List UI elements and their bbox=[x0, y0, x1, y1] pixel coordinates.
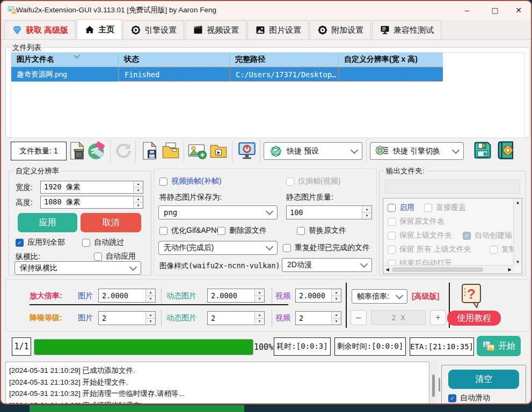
keep-filename-checkbox[interactable] bbox=[388, 218, 396, 226]
tutorial-button[interactable]: 使用教程 bbox=[447, 311, 501, 326]
optimize-gif-option[interactable]: 优化Gif&APNG bbox=[159, 226, 222, 236]
auto-apply-option[interactable]: 自动应用 bbox=[94, 252, 136, 261]
spin-up-icon[interactable]: ▲ bbox=[134, 181, 143, 188]
auto-apply-checkbox[interactable] bbox=[94, 253, 102, 261]
replace-original-option[interactable]: 替换原文件 bbox=[297, 226, 346, 236]
clear-list-button[interactable] bbox=[88, 141, 107, 160]
log-scrollbar[interactable] bbox=[430, 362, 438, 404]
spin-up-icon[interactable]: ▲ bbox=[362, 206, 371, 213]
spin-down-icon[interactable]: ▼ bbox=[134, 188, 143, 194]
apply-to-all-checkbox[interactable] bbox=[16, 239, 24, 247]
clear-log-button[interactable]: 清空 bbox=[448, 370, 519, 389]
tab-additional-settings[interactable]: 附加设置 bbox=[310, 20, 371, 39]
column-header-path[interactable]: 完整路径 bbox=[230, 53, 339, 67]
keep-filename-option[interactable]: 保留原文件名 bbox=[388, 217, 444, 226]
delete-source-checkbox[interactable] bbox=[217, 227, 225, 235]
spin-up-icon[interactable]: ▲ bbox=[255, 312, 264, 319]
delete-source-option[interactable]: 删除源文件 bbox=[217, 226, 267, 236]
column-header-resolution[interactable]: 自定义分辨率(宽 x 高) bbox=[339, 53, 443, 67]
start-button[interactable]: 开始 bbox=[477, 336, 521, 356]
maximize-button[interactable]: ▢ bbox=[483, 2, 507, 18]
apply-resolution-button[interactable]: 应用 bbox=[18, 213, 77, 232]
spin-down-icon[interactable]: ▼ bbox=[134, 203, 143, 209]
spin-up-icon[interactable]: ▲ bbox=[255, 289, 264, 296]
spinner-arrows[interactable]: ▲▼ bbox=[331, 312, 341, 325]
auto-create-folder-option[interactable]: 自动创建输 bbox=[463, 231, 514, 240]
scroll-up-icon[interactable]: ▲ bbox=[514, 198, 522, 206]
video-interpolation-option[interactable]: 视频插帧(补帧) bbox=[159, 176, 221, 186]
keep-parent-folder-option[interactable]: 保留上级文件夹 bbox=[388, 231, 452, 240]
copy-option[interactable]: 复制 bbox=[490, 245, 513, 254]
close-button[interactable]: ✕ bbox=[507, 2, 530, 18]
splitter-grip[interactable] bbox=[439, 378, 440, 392]
table-row[interactable]: 趣奇资源网.png Finished C:/Users/17371/Deskto… bbox=[11, 67, 524, 82]
spinner-arrows[interactable]: ▲▼ bbox=[145, 312, 155, 325]
tab-engine-settings[interactable]: 引擎设置 bbox=[123, 20, 184, 39]
spin-down-icon[interactable]: ▼ bbox=[332, 319, 341, 325]
spinner-arrows[interactable]: ▲▼ bbox=[133, 181, 143, 193]
spin-up-icon[interactable]: ▲ bbox=[332, 312, 341, 319]
keep-parent-folder-checkbox[interactable] bbox=[388, 232, 396, 240]
output-folder-input[interactable] bbox=[385, 180, 520, 194]
open-filelist-button[interactable] bbox=[161, 141, 180, 160]
keep-all-parents-checkbox[interactable] bbox=[388, 246, 396, 254]
scroll-right-icon[interactable]: ▶ bbox=[506, 266, 514, 273]
spin-down-icon[interactable]: ▼ bbox=[255, 296, 264, 303]
spin-down-icon[interactable]: ▼ bbox=[146, 296, 155, 303]
spin-down-icon[interactable]: ▼ bbox=[332, 296, 341, 303]
denoise-video-spinbox[interactable]: 2 ▲▼ bbox=[295, 311, 341, 325]
replace-original-checkbox[interactable] bbox=[297, 227, 305, 235]
spin-down-icon[interactable]: ▼ bbox=[146, 319, 155, 325]
denoise-gif-spinbox[interactable]: 2 ▲▼ bbox=[207, 311, 265, 325]
refresh-button[interactable] bbox=[114, 141, 133, 160]
upscale-video-spinbox[interactable]: 2.0000 ▲▼ bbox=[295, 289, 341, 303]
enable-output-option[interactable]: 启用 bbox=[388, 203, 414, 212]
upscale-image-spinbox[interactable]: 2.0000 ▲▼ bbox=[98, 289, 156, 303]
spinner-arrows[interactable]: ▲▼ bbox=[331, 289, 341, 302]
spinner-arrows[interactable]: ▲▼ bbox=[254, 289, 264, 302]
horizontal-scrollbar[interactable]: ◀ ▶ bbox=[383, 265, 514, 274]
interpolation-only-option[interactable]: 仅插帧(视频) bbox=[286, 176, 340, 186]
spinner-arrows[interactable]: ▲▼ bbox=[133, 196, 143, 208]
cancel-resolution-button[interactable]: 取消 bbox=[81, 213, 141, 232]
minimize-button[interactable]: – bbox=[455, 2, 479, 18]
auto-scroll-checkbox[interactable] bbox=[448, 394, 456, 402]
settings-manual-button[interactable] bbox=[496, 140, 516, 160]
framerate-multiplier-dropdown[interactable]: 帧率倍率: bbox=[352, 289, 407, 304]
reprocess-finished-checkbox[interactable] bbox=[283, 244, 291, 252]
spinner-arrows[interactable]: ▲▼ bbox=[254, 312, 264, 325]
apply-to-all-option[interactable]: 应用到全部 bbox=[16, 238, 65, 247]
upscale-gif-spinbox[interactable]: 2.0000 ▲▼ bbox=[207, 289, 265, 303]
quick-preset-dropdown[interactable]: 快捷 预设 bbox=[264, 142, 362, 160]
log-output[interactable]: [2024-05-31 21:10:29] 已成功添加文件. [2024-05-… bbox=[5, 362, 429, 404]
spin-down-icon[interactable]: ▼ bbox=[362, 213, 371, 219]
height-spinbox[interactable]: 1080 像素 ▲▼ bbox=[40, 196, 143, 209]
cell-filename[interactable]: 趣奇资源网.png bbox=[11, 67, 119, 82]
spinner-arrows[interactable]: ▲▼ bbox=[145, 289, 155, 302]
denoise-image-spinbox[interactable]: 2 ▲▼ bbox=[98, 311, 156, 325]
add-video-button[interactable] bbox=[209, 141, 228, 160]
auto-skip-option[interactable]: 自动跳过 bbox=[82, 238, 124, 247]
auto-create-folder-checkbox[interactable] bbox=[463, 232, 471, 240]
scroll-thumb[interactable] bbox=[432, 374, 435, 397]
spin-up-icon[interactable]: ▲ bbox=[332, 289, 341, 296]
tab-get-premium[interactable]: 获取 高级版 bbox=[4, 20, 76, 39]
reprocess-finished-option[interactable]: 重复处理已完成的文件 bbox=[283, 243, 370, 253]
framerate-minus-button[interactable]: – bbox=[351, 310, 367, 325]
cell-path[interactable]: C:/Users/17371/Desktop… bbox=[230, 67, 339, 82]
quick-engine-switch-dropdown[interactable]: 快捷 引擎切换 bbox=[370, 142, 464, 160]
vertical-scrollbar[interactable]: ▲ ▼ bbox=[513, 198, 522, 266]
keep-all-parents-option[interactable]: 保留 所有 上级文件夹 bbox=[388, 245, 471, 254]
tab-image-settings[interactable]: 图片设置 bbox=[247, 20, 309, 39]
video-interpolation-checkbox[interactable] bbox=[159, 178, 167, 186]
aspect-ratio-dropdown[interactable]: 保持纵横比 bbox=[14, 261, 141, 275]
optimize-gif-checkbox[interactable] bbox=[159, 227, 167, 235]
copy-checkbox[interactable] bbox=[490, 246, 498, 254]
add-images-button[interactable] bbox=[187, 141, 207, 160]
spin-up-icon[interactable]: ▲ bbox=[134, 196, 143, 203]
save-settings-button[interactable] bbox=[472, 140, 493, 160]
tab-home[interactable]: 主页 bbox=[77, 19, 122, 39]
shutdown-option-button[interactable] bbox=[237, 141, 257, 160]
width-spinbox[interactable]: 1920 像素 ▲▼ bbox=[40, 181, 143, 194]
scroll-left-icon[interactable]: ◀ bbox=[383, 266, 391, 273]
